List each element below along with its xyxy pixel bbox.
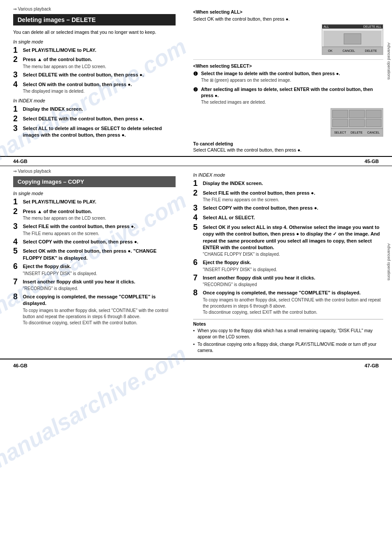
single-mode-label-delete: In single mode	[13, 39, 176, 44]
copy-i-step-8-sub: To copy images to another floppy disk, s…	[203, 297, 383, 316]
right-col-delete: Advanced operations <When selecting ALL>…	[184, 0, 392, 152]
copy-i-step-7-sub: "RECORDING" is displayed	[203, 282, 383, 288]
delete-title-bar: Deleting images – DELETE	[13, 14, 176, 25]
copy-i-step-6: 6 Eject the floppy disk. "INSERT FLOPPY …	[193, 259, 383, 272]
copy-s-step-8-sub: To copy images to another floppy disk, s…	[23, 308, 176, 326]
copy-i-step-5-main: Select OK if you select ALL in step 4. O…	[203, 225, 380, 250]
side-label-advanced-ops-top: Advanced operations	[386, 43, 392, 80]
circle-step-1-sub: The ⊞ (green) appears on the selected im…	[201, 77, 383, 83]
note-2: To discontinue copying onto a floppy dis…	[193, 341, 383, 354]
copy-s-step-7-main: Insert another floppy disk until you hea…	[23, 279, 135, 284]
delete-step-4-sub: The displayed image is deleted.	[23, 88, 176, 94]
copy-s-step-8: 8 Once copying is completed, the message…	[13, 294, 176, 326]
lcd-inner-select: SELECT DELETE CANCEL	[331, 128, 383, 136]
copy-i-step-3: 3 Select COPY with the control button, t…	[193, 205, 383, 213]
various-playback-bottom-left: ⇒ Various playback	[13, 169, 176, 174]
copy-s-step-8-main: Once copying is completed, the message "…	[23, 294, 156, 306]
circle-step-2: ❷ After selecting all images to delete, …	[193, 86, 383, 105]
copy-i-step-3-main: Select COPY with the control button, the…	[203, 205, 318, 210]
copy-s-step-4: 4 Select COPY with the control button, t…	[13, 239, 176, 247]
delete-step-3-main: Select DELETE with the control button, t…	[23, 72, 144, 77]
copy-index-steps: 1 Display the INDEX screen. 2 Select FIL…	[193, 180, 383, 316]
copy-s-step-5-main: Select OK with the control button, then …	[23, 248, 157, 260]
delete-idx-step-1-main: Display the INDEX screen.	[23, 106, 83, 112]
copy-s-step-2-main: Press ▲ of the control button.	[23, 209, 92, 214]
when-all-text: Select OK with the control button, then …	[193, 16, 383, 22]
copy-s-step-1-main: Set PLAY/STILL/MOVIE to PLAY.	[23, 199, 96, 204]
delete-step-2-sub: The menu bar appears on the LCD screen.	[23, 64, 176, 70]
page-num-45: 45-GB	[365, 159, 379, 164]
side-label-advanced-ops-bottom: Advanced operations	[386, 243, 392, 281]
cancel-text: Select CANCEL with the control button, t…	[193, 147, 302, 152]
delete-step-3: 3 Select DELETE with the control button,…	[13, 72, 176, 80]
copy-s-step-4-main: Select COPY with the control button, the…	[23, 239, 138, 244]
copy-single-steps: 1 Set PLAY/STILL/MOVIE to PLAY. 2 Press …	[13, 199, 176, 326]
copy-s-step-6-main: Eject the floppy disk.	[23, 264, 71, 269]
circle-step-2-sub: The selected images are deleted.	[201, 99, 383, 105]
delete-step-4-main: Select ON with the control button, then …	[23, 82, 132, 87]
copy-s-step-6: 6 Eject the floppy disk. "INSERT FLOPPY …	[13, 263, 176, 276]
copy-i-step-5: 5 Select OK if you select ALL in step 4.…	[193, 224, 383, 258]
copy-i-step-4-main: Select ALL or SELECT.	[203, 215, 255, 220]
copy-index-mode-label: In INDEX mode	[193, 172, 383, 178]
right-col-copy: Advanced operations In INDEX mode 1 Disp…	[184, 169, 392, 355]
note-1: When you copy to the floppy disk which h…	[193, 328, 383, 340]
cancel-label: To cancel deleting	[193, 141, 383, 146]
copy-s-step-2-sub: The menu bar appears on the LCD screen.	[23, 215, 176, 221]
copy-i-step-1-main: Display the INDEX screen.	[203, 181, 263, 186]
left-col-delete: ⇒ Various playback Deleting images – DEL…	[0, 0, 184, 152]
lcd-screen-all: ALL DELETE ALL OK CANCEL DELETE	[322, 24, 383, 55]
lcd-top-bar-all: ALL DELETE ALL	[322, 25, 383, 29]
delete-idx-step-2-main: Select DELETE with the control button, t…	[23, 116, 144, 121]
copy-s-step-7-sub: "RECORDING" is displayed.	[23, 286, 176, 292]
page-num-44: 44-GB	[13, 159, 27, 164]
notes-section: Notes When you copy to the floppy disk w…	[193, 319, 383, 354]
delete-idx-step-1: 1 Display the INDEX screen.	[13, 106, 176, 114]
copy-s-step-2: 2 Press ▲ of the control button. The men…	[13, 208, 176, 221]
various-playback-top-left: ⇒ Various playback	[13, 7, 176, 11]
copy-i-step-6-sub: "INSERT FLOPPY DISK" is displayed.	[203, 267, 383, 273]
circle-step-1-main: Select the image to delete with the cont…	[201, 71, 340, 76]
circle-step-1: ❶ Select the image to delete with the co…	[193, 70, 383, 83]
lcd-screen-select: SELECT DELETE CANCEL	[331, 108, 383, 137]
cancel-section: To cancel deleting Select CANCEL with th…	[193, 141, 383, 152]
copy-i-step-1: 1 Display the INDEX screen.	[193, 180, 383, 188]
delete-intro: You can delete all or selected images th…	[13, 29, 176, 36]
page-wrapper: manualsarchive.com manualsarchive.com ma…	[0, 0, 392, 555]
left-col-copy: ⇒ Various playback Copying images – COPY…	[0, 169, 184, 355]
copy-i-step-6-main: Eject the floppy disk.	[203, 260, 251, 265]
copy-i-step-2-sub: The FILE menu appears on the screen.	[203, 197, 383, 203]
notes-label: Notes	[193, 321, 383, 326]
copy-i-step-7: 7 Insert another floppy disk until you h…	[193, 275, 383, 288]
page-num-46: 46-GB	[13, 363, 27, 368]
copy-title-bar: Copying images – COPY	[13, 176, 176, 187]
delete-step-1-text: Set PLAY/STILL/MOVIE to PLAY.	[23, 47, 96, 53]
circle-step-2-main: After selecting all images to delete, se…	[201, 87, 373, 98]
copy-s-step-3: 3 Select FILE with the control button, t…	[13, 223, 176, 236]
copy-i-step-7-main: Insert another floppy disk until you hea…	[203, 275, 315, 280]
copy-s-step-3-main: Select FILE with the control button, the…	[23, 224, 135, 229]
page-numbers-bottom: 46-GB 47-GB	[0, 359, 392, 372]
when-all-label: <When selecting ALL>	[193, 9, 383, 15]
lcd-inner-all: OK CANCEL DELETE	[322, 47, 383, 54]
delete-step-2: 2 Press ▲ of the control button. The men…	[13, 56, 176, 69]
delete-step-1: 1 Set PLAY/STILL/MOVIE to PLAY.	[13, 47, 176, 55]
copy-s-step-1: 1 Set PLAY/STILL/MOVIE to PLAY.	[13, 199, 176, 207]
delete-idx-step-3: 3 Select ALL to delete all images or SEL…	[13, 125, 176, 139]
copy-s-step-7: 7 Insert another floppy disk until you h…	[13, 279, 176, 292]
index-mode-label-delete: In INDEX mode	[13, 98, 176, 103]
delete-index-steps: 1 Display the INDEX screen. 2 Select DEL…	[13, 106, 176, 138]
delete-step-4: 4 Select ON with the control button, the…	[13, 81, 176, 94]
copy-i-step-8-main: Once copying is completed, the message "…	[203, 290, 360, 295]
when-select-label: <When selecting SELECT>	[193, 63, 383, 69]
copy-s-step-5: 5 Select OK with the control button, the…	[13, 248, 176, 261]
delete-single-steps: 1 Set PLAY/STILL/MOVIE to PLAY. 2 Press …	[13, 47, 176, 94]
delete-title-text: Deleting images – DELETE	[18, 16, 96, 23]
copy-i-step-2-main: Select FILE with the control button, the…	[203, 190, 315, 196]
copy-s-step-3-sub: The FILE menu appears on the screen.	[23, 231, 176, 237]
copy-i-step-2: 2 Select FILE with the control button, t…	[193, 190, 383, 203]
delete-idx-step-3-main: Select ALL to delete all images or SELEC…	[23, 126, 162, 138]
page-num-47: 47-GB	[365, 363, 379, 368]
copy-title-text: Copying images – COPY	[18, 178, 84, 185]
delete-idx-step-2: 2 Select DELETE with the control button,…	[13, 116, 176, 123]
